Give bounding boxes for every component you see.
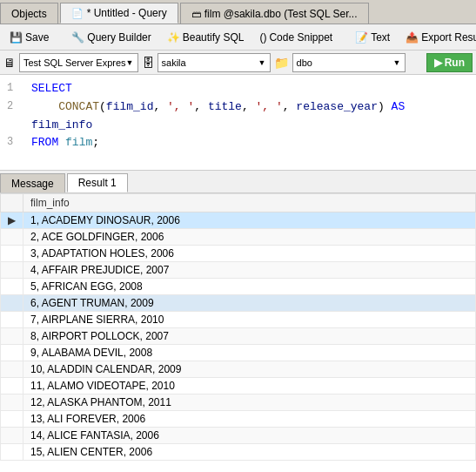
connection-bar: 🖥 Test SQL Server Expres ▼ 🗄 sakila ▼ 📁 … (0, 51, 476, 75)
export-icon: 📤 (406, 31, 419, 44)
server-arrow-icon: ▼ (126, 58, 134, 67)
query-builder-label: Query Builder (87, 31, 151, 44)
row-indicator-header (1, 194, 23, 212)
row-value: 9, ALABAMA DEVIL, 2008 (23, 345, 476, 361)
code-line-2: 2 CONCAT(film_id, ', ', title, ', ', rel… (7, 98, 469, 135)
table-row[interactable]: 7, AIRPLANE SIERRA, 2010 (1, 312, 476, 328)
result-tab-bar: Message Result 1 (0, 171, 476, 193)
table-row[interactable]: 15, ALIEN CENTER, 2006 (1, 444, 476, 461)
beautify-label: Beautify SQL (183, 31, 245, 44)
text-button[interactable]: 📝 Text (349, 27, 396, 48)
row-value: 13, ALI FOREVER, 2006 (23, 411, 476, 428)
table-row[interactable]: 4, AFFAIR PREJUDICE, 2007 (1, 262, 476, 279)
row-indicator (1, 444, 23, 461)
tab-bar: Objects 📄 * Untitled - Query 🗃 film @sak… (0, 0, 476, 24)
film-table-icon: 🗃 (191, 9, 201, 19)
row-indicator: ▶ (1, 212, 23, 229)
row-value: 12, ALASKA PHANTOM, 2011 (23, 394, 476, 411)
server-label: Test SQL Server Expres (23, 57, 126, 68)
run-button[interactable]: ▶ Run (426, 53, 473, 72)
text-label: Text (371, 31, 390, 44)
schema-select[interactable]: dbo ▼ (292, 53, 406, 72)
connection-icon: 🖥 (3, 56, 16, 70)
row-value: 10, ALADDIN CALENDAR, 2009 (23, 361, 476, 378)
row-value: 1, ACADEMY DINOSAUR, 2006 (23, 212, 476, 229)
line-num-2: 2 (7, 98, 31, 135)
run-label: Run (445, 57, 465, 69)
db-icon: 🗄 (142, 56, 154, 70)
tab-film[interactable]: 🗃 film @sakila.dbo (Test SQL Ser... (180, 3, 369, 24)
row-value: 8, AIRPORT POLLOCK, 2007 (23, 328, 476, 345)
schema-arrow-icon: ▼ (393, 58, 401, 67)
table-row[interactable]: 12, ALASKA PHANTOM, 2011 (1, 394, 476, 411)
row-value: 2, ACE GOLDFINGER, 2006 (23, 229, 476, 246)
row-value: 14, ALICE FANTASIA, 2006 (23, 428, 476, 444)
code-editor[interactable]: 1 SELECT 2 CONCAT(film_id, ', ', title, … (0, 75, 476, 171)
code-snippet-icon: () (259, 31, 266, 44)
table-header-row: film_info (1, 194, 476, 212)
line-num-3: 3 (7, 134, 31, 152)
row-indicator (1, 246, 23, 262)
query-builder-button[interactable]: 🔧 Query Builder (65, 27, 157, 48)
table-row[interactable]: 13, ALI FOREVER, 2006 (1, 411, 476, 428)
table-row[interactable]: 6, AGENT TRUMAN, 2009 (1, 295, 476, 312)
beautify-icon: ✨ (167, 31, 180, 44)
tab-message[interactable]: Message (0, 173, 65, 192)
code-line-3: 3 FROM film; (7, 134, 469, 152)
code-snippet-label: Code Snippet (269, 31, 332, 44)
row-indicator (1, 345, 23, 361)
server-select[interactable]: Test SQL Server Expres ▼ (19, 53, 138, 72)
row-indicator (1, 229, 23, 246)
code-content-1: SELECT (31, 80, 72, 98)
objects-label: Objects (11, 8, 47, 20)
table-row[interactable]: 8, AIRPORT POLLOCK, 2007 (1, 328, 476, 345)
row-indicator (1, 295, 23, 312)
row-value: 11, ALAMO VIDEOTAPE, 2010 (23, 378, 476, 394)
save-button[interactable]: 💾 Save (3, 27, 55, 48)
row-value: 5, AFRICAN EGG, 2008 (23, 279, 476, 295)
row-indicator (1, 394, 23, 411)
query-file-icon: 📄 (71, 8, 84, 19)
column-film-info: film_info (23, 194, 476, 212)
table-row[interactable]: ▶1, ACADEMY DINOSAUR, 2006 (1, 212, 476, 229)
row-indicator (1, 411, 23, 428)
row-indicator (1, 428, 23, 444)
row-value: 6, AGENT TRUMAN, 2009 (23, 295, 476, 312)
schema-icon: 📁 (274, 56, 289, 70)
row-value: 3, ADAPTATION HOLES, 2006 (23, 246, 476, 262)
row-indicator (1, 328, 23, 345)
table-row[interactable]: 9, ALABAMA DEVIL, 2008 (1, 345, 476, 361)
tab-objects[interactable]: Objects (0, 3, 58, 24)
results-container: film_info ▶1, ACADEMY DINOSAUR, 20062, A… (0, 193, 476, 472)
export-button[interactable]: 📤 Export Result (399, 27, 476, 48)
untitled-query-label: * Untitled - Query (87, 7, 167, 19)
tab-untitled-query[interactable]: 📄 * Untitled - Query (60, 3, 178, 24)
table-row[interactable]: 5, AFRICAN EGG, 2008 (1, 279, 476, 295)
row-value: 4, AFFAIR PREJUDICE, 2007 (23, 262, 476, 279)
beautify-button[interactable]: ✨ Beautify SQL (161, 27, 251, 48)
row-indicator (1, 279, 23, 295)
code-snippet-button[interactable]: () Code Snippet (253, 27, 339, 48)
row-indicator (1, 361, 23, 378)
db-arrow-icon: ▼ (258, 58, 266, 67)
save-icon: 💾 (10, 31, 23, 44)
row-value: 15, ALIEN CENTER, 2006 (23, 444, 476, 461)
code-line-1: 1 SELECT (7, 80, 469, 98)
database-select[interactable]: sakila ▼ (158, 53, 271, 72)
run-icon: ▶ (434, 57, 442, 69)
table-row[interactable]: 11, ALAMO VIDEOTAPE, 2010 (1, 378, 476, 394)
save-label: Save (25, 31, 49, 44)
results-table: film_info ▶1, ACADEMY DINOSAUR, 20062, A… (0, 193, 476, 461)
table-row[interactable]: 14, ALICE FANTASIA, 2006 (1, 428, 476, 444)
row-value: 7, AIRPLANE SIERRA, 2010 (23, 312, 476, 328)
row-indicator (1, 378, 23, 394)
table-row[interactable]: 2, ACE GOLDFINGER, 2006 (1, 229, 476, 246)
row-indicator (1, 262, 23, 279)
message-tab-label: Message (11, 178, 54, 190)
tab-result1[interactable]: Result 1 (67, 173, 128, 192)
table-row[interactable]: 10, ALADDIN CALENDAR, 2009 (1, 361, 476, 378)
film-tab-label: film @sakila.dbo (Test SQL Ser... (204, 8, 358, 20)
table-row[interactable]: 3, ADAPTATION HOLES, 2006 (1, 246, 476, 262)
row-indicator (1, 312, 23, 328)
code-content-3: FROM film; (31, 134, 99, 152)
